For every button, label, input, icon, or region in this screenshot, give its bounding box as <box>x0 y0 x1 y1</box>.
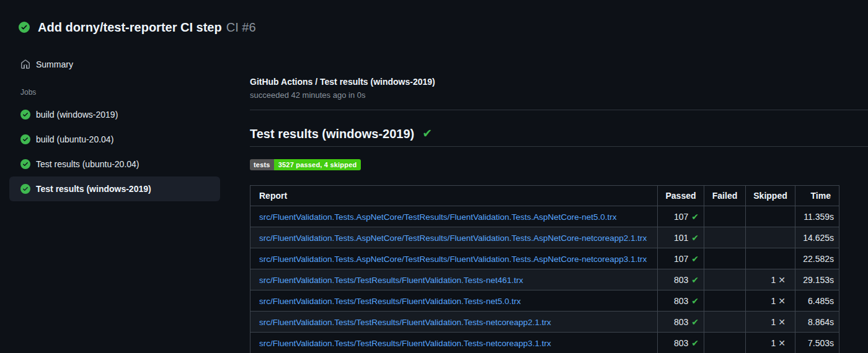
time-cell-value: 11.359s <box>804 212 834 222</box>
passed-cell: 803✔ <box>658 312 704 333</box>
table-row: src/FluentValidation.Tests.AspNetCore/Te… <box>250 248 839 269</box>
job-label: Test results (windows-2019) <box>36 184 151 194</box>
passed-cell: 107✔ <box>658 206 704 227</box>
job-header-title: GitHub Actions / Test results (windows-2… <box>250 76 868 88</box>
report-link[interactable]: src/FluentValidation.Tests.AspNetCore/Te… <box>259 233 647 243</box>
skipped-cell: 1✕ <box>746 312 795 333</box>
job-status-line: succeeded 42 minutes ago in 0s <box>250 89 868 101</box>
check-circle-icon <box>20 159 30 169</box>
column-header-report: Report <box>250 186 658 206</box>
sidebar-item-job-testresults-windows[interactable]: Test results (windows-2019) <box>9 176 220 201</box>
passed-cell: 107✔ <box>658 248 704 269</box>
passed-cell-value: 101 <box>674 233 688 243</box>
sidebar-item-job-build-windows[interactable]: build (windows-2019) <box>9 102 220 127</box>
failed-cell <box>704 290 746 312</box>
passed-cell: 803✔ <box>658 269 704 290</box>
check-circle-icon <box>20 110 30 120</box>
column-header-failed: Failed <box>704 186 746 206</box>
skipped-cell-value: 1 <box>771 275 776 285</box>
report-link[interactable]: src/FluentValidation.Tests/TestResults/F… <box>259 318 551 327</box>
passed-cell-value: 803 <box>674 296 688 306</box>
divider <box>250 146 868 147</box>
run-title: Add dorny/test-reporter CI step <box>38 20 222 34</box>
skipped-cell: 1✕ <box>746 290 795 312</box>
time-cell-value: 7.503s <box>808 338 834 348</box>
report-link[interactable]: src/FluentValidation.Tests.AspNetCore/Te… <box>259 255 647 264</box>
run-number: CI #6 <box>226 20 256 34</box>
passed-cell: 803✔ <box>658 333 704 353</box>
run-title-group: Add dorny/test-reporter CI stepCI #6 <box>38 19 256 35</box>
time-cell: 8.864s <box>795 312 839 333</box>
report-link[interactable]: src/FluentValidation.Tests.AspNetCore/Te… <box>259 212 617 222</box>
skipped-cell: 1✕ <box>746 333 795 353</box>
skipped-cell <box>746 206 795 227</box>
failed-cell <box>704 333 746 353</box>
skipped-x-icon: ✕ <box>778 275 786 285</box>
column-header-time: Time <box>795 186 839 206</box>
badge-value: 3527 passed, 4 skipped <box>274 159 361 170</box>
job-label: Test results (ubuntu-20.04) <box>36 159 140 169</box>
sidebar-item-job-testresults-ubuntu[interactable]: Test results (ubuntu-20.04) <box>9 152 220 176</box>
divider <box>250 110 868 110</box>
jobs-section-label: Jobs <box>20 88 242 97</box>
skipped-cell-value: 1 <box>771 338 776 348</box>
time-cell-value: 6.485s <box>808 296 834 306</box>
check-circle-icon <box>20 134 30 144</box>
passed-cell-value: 107 <box>674 254 688 264</box>
passed-check-icon: ✔ <box>691 212 699 222</box>
report-cell: src/FluentValidation.Tests/TestResults/F… <box>250 290 658 312</box>
passed-cell-value: 803 <box>674 275 688 285</box>
skipped-cell-value: 1 <box>771 317 776 327</box>
table-row: src/FluentValidation.Tests.AspNetCore/Te… <box>250 227 839 248</box>
time-cell-value: 8.864s <box>808 317 834 327</box>
passed-check-icon: ✔ <box>691 233 699 243</box>
passed-check-icon: ✔ <box>691 317 699 327</box>
failed-cell <box>704 227 746 248</box>
report-cell: src/FluentValidation.Tests.AspNetCore/Te… <box>250 227 658 248</box>
report-cell: src/FluentValidation.Tests/TestResults/F… <box>250 312 658 333</box>
time-cell: 6.485s <box>795 290 839 312</box>
badge-label: tests <box>250 159 274 170</box>
time-cell: 29.153s <box>795 269 839 290</box>
report-link[interactable]: src/FluentValidation.Tests/TestResults/F… <box>259 339 551 348</box>
check-circle-icon <box>19 22 30 33</box>
skipped-x-icon: ✕ <box>778 296 786 306</box>
section-title: Test results (windows-2019) <box>250 126 414 141</box>
sidebar-item-summary[interactable]: Summary <box>20 58 242 71</box>
table-row: src/FluentValidation.Tests/TestResults/F… <box>250 333 839 353</box>
passed-check-icon: ✔ <box>691 296 699 306</box>
report-cell: src/FluentValidation.Tests/TestResults/F… <box>250 269 658 290</box>
table-row: src/FluentValidation.Tests/TestResults/F… <box>250 269 839 290</box>
job-label: build (windows-2019) <box>36 110 118 120</box>
table-header-row: Report Passed Failed Skipped Time <box>250 186 839 206</box>
passed-check-icon: ✔ <box>691 275 699 285</box>
test-results-table: Report Passed Failed Skipped Time src/Fl… <box>250 185 839 353</box>
skipped-cell-value: 1 <box>771 296 776 306</box>
tests-badge: tests 3527 passed, 4 skipped <box>250 159 361 170</box>
passed-check-icon: ✔ <box>691 254 699 264</box>
passed-cell-value: 803 <box>674 317 688 327</box>
section-title-row: Test results (windows-2019) ✔ <box>250 126 868 141</box>
report-cell: src/FluentValidation.Tests/TestResults/F… <box>250 333 658 353</box>
skipped-x-icon: ✕ <box>778 317 786 327</box>
time-cell: 7.503s <box>795 333 839 353</box>
table-row: src/FluentValidation.Tests/TestResults/F… <box>250 290 839 312</box>
failed-cell <box>704 206 746 227</box>
skipped-cell: 1✕ <box>746 269 795 290</box>
success-check-icon: ✔ <box>422 128 432 140</box>
summary-label: Summary <box>36 59 73 69</box>
report-link[interactable]: src/FluentValidation.Tests/TestResults/F… <box>259 276 523 285</box>
report-cell: src/FluentValidation.Tests.AspNetCore/Te… <box>250 248 658 269</box>
report-link[interactable]: src/FluentValidation.Tests/TestResults/F… <box>259 297 521 306</box>
sidebar: Summary Jobs build (windows-2019) build … <box>0 36 242 201</box>
skipped-cell <box>746 227 795 248</box>
sidebar-item-job-build-ubuntu[interactable]: build (ubuntu-20.04) <box>9 127 220 152</box>
failed-cell <box>704 312 746 333</box>
check-circle-icon <box>20 184 30 194</box>
failed-cell <box>704 248 746 269</box>
time-cell-value: 14.625s <box>803 233 834 243</box>
failed-cell <box>704 269 746 290</box>
main-content: GitHub Actions / Test results (windows-2… <box>242 36 868 353</box>
time-cell-value: 29.153s <box>803 275 834 285</box>
home-icon <box>20 59 30 69</box>
